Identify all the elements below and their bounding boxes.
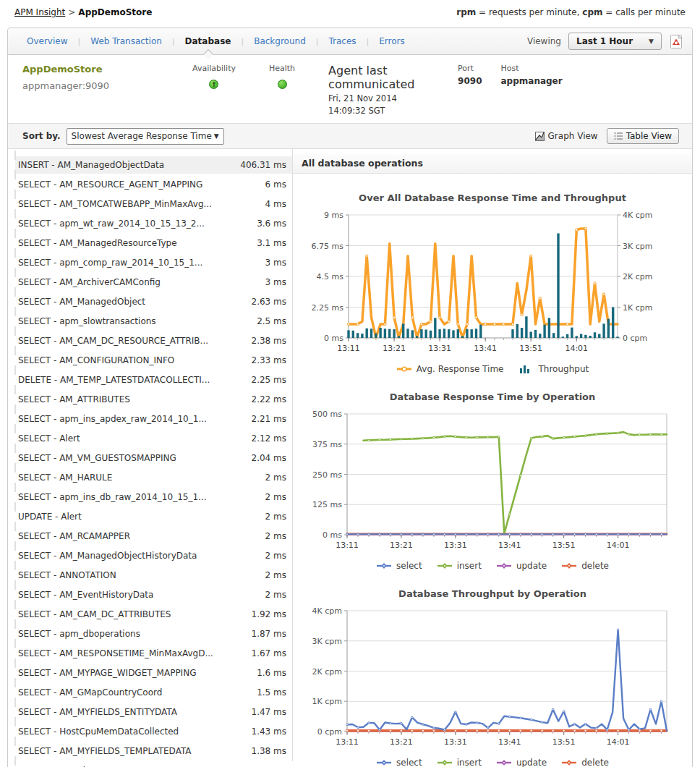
list-item[interactable]: SELECT - AM_RESOURCE_AGENT_MAPPING6 ms xyxy=(15,176,292,193)
legend-marker-icon xyxy=(496,758,512,767)
list-item[interactable]: SELECT - AM_ManagedObject2.63 ms xyxy=(15,293,292,310)
tab-background[interactable]: Background xyxy=(244,36,316,46)
list-item[interactable]: SELECT - AM_CAM_DC_ATTRIBUTES1.92 ms xyxy=(15,606,292,623)
svg-text:4.5 ms: 4.5 ms xyxy=(317,272,344,281)
svg-text:375 ms: 375 ms xyxy=(312,440,342,449)
operation-name: UPDATE - Alert xyxy=(18,508,82,525)
list-item[interactable]: SELECT - AM_MYFIELDS_TEMPLATEDATA1.38 ms xyxy=(15,742,292,760)
list-item[interactable]: SELECT - AM_ManagedObjectHistoryData2 ms xyxy=(15,547,292,564)
port-label: Port xyxy=(458,64,482,73)
list-item[interactable]: SELECT - AM_ManagedResourceType3.1 ms xyxy=(15,234,292,252)
legend-label: delete xyxy=(581,758,609,767)
sort-dropdown[interactable]: Slowest Average Response Time ▼ xyxy=(67,128,224,145)
operations-list: INSERT - AM_ManagedObjectData406.31 msSE… xyxy=(8,149,292,761)
list-item[interactable]: SELECT - AM_RCAMAPPER2 ms xyxy=(15,527,292,545)
svg-text:4K cpm: 4K cpm xyxy=(312,606,342,616)
list-item[interactable]: SELECT - apm_comp_raw_2014_10_15_1...3 m… xyxy=(15,254,292,271)
legend-label: Avg. Response Time xyxy=(417,364,504,374)
operation-response-time: 406.31 ms xyxy=(240,156,286,174)
legend-label: update xyxy=(516,758,547,767)
svg-text:13:21: 13:21 xyxy=(383,344,406,353)
list-item[interactable]: SELECT - AM_TOMCATWEBAPP_MinMaxAvg...4 m… xyxy=(15,195,292,213)
operation-response-time: 2.25 ms xyxy=(252,371,286,389)
list-item[interactable]: SELECT - apm_ins_apdex_raw_2014_10_1...2… xyxy=(15,410,292,428)
list-item[interactable]: SELECT - AM_MYPAGE_WIDGET_MAPPING1.6 ms xyxy=(15,664,292,682)
chart-title: Database Throughput by Operation xyxy=(298,588,687,599)
svg-text:13:31: 13:31 xyxy=(444,737,467,747)
list-item[interactable]: SELECT - AM_CONFIGURATION_INFO2.33 ms xyxy=(15,352,292,369)
list-item[interactable]: SELECT - AM_EventHistoryData2 ms xyxy=(15,586,292,603)
availability-block: Availability ↑ xyxy=(192,64,236,116)
operation-name: SELECT - apm_ins_apdex_raw_2014_10_1... xyxy=(18,410,207,428)
chart-legend: selectinsertupdatedelete xyxy=(298,758,687,767)
units-note: rpm = requests per minute, cpm = calls p… xyxy=(456,7,686,17)
list-item[interactable]: SELECT - apm_slowtransactions2.5 ms xyxy=(15,313,292,330)
list-item[interactable]: SELECT - apm_dboperations1.87 ms xyxy=(15,625,292,643)
operation-name: SELECT - AM_ATTRIBUTES xyxy=(18,391,130,408)
tab-web-transaction[interactable]: Web Transaction xyxy=(80,36,172,46)
operation-name: SELECT - apm_dboperations xyxy=(18,625,140,643)
operation-name: SELECT - AM_ArchiverCAMConfig xyxy=(18,274,161,291)
cpm-abbr: cpm xyxy=(582,7,602,17)
time-range-dropdown[interactable]: Last 1 Hour ▼ xyxy=(568,33,662,50)
chart-legend: Avg. Response TimeThroughput xyxy=(298,364,687,374)
svg-text:13:51: 13:51 xyxy=(552,541,576,550)
svg-text:13:11: 13:11 xyxy=(337,344,360,353)
svg-text:13:51: 13:51 xyxy=(552,737,576,747)
graph-view-button[interactable]: Graph View xyxy=(535,131,598,141)
list-item[interactable]: SELECT - AM_CAM_DC_RESOURCE_ATTRIB...2.3… xyxy=(15,332,292,349)
operation-name: SELECT - AM_MYFIELDS_ENTITYDATA xyxy=(18,703,177,721)
breadcrumb-current: AppDemoStore xyxy=(78,7,152,17)
list-item[interactable]: SELECT - apm_instances1.38 ms xyxy=(15,762,292,767)
legend-item-select: select xyxy=(376,758,422,767)
list-item[interactable]: SELECT - AM_VM_GUESTOSMAPPING2.04 ms xyxy=(15,449,292,467)
svg-text:14:01: 14:01 xyxy=(607,541,630,550)
list-item[interactable]: SELECT - AM_HARULE2 ms xyxy=(15,469,292,486)
table-list-icon xyxy=(614,132,623,140)
rpm-abbr: rpm xyxy=(456,7,476,17)
svg-text:1K cpm: 1K cpm xyxy=(312,697,342,706)
operation-response-time: 2 ms xyxy=(265,527,286,545)
chart-svg: 4K cpm3K cpm2K cpm1K cpm0 cpm13:1113:211… xyxy=(298,605,687,753)
list-item[interactable]: UPDATE - Alert2 ms xyxy=(15,508,292,525)
breadcrumb-apm-insight-link[interactable]: APM Insight xyxy=(14,7,65,17)
svg-text:250 ms: 250 ms xyxy=(312,470,342,480)
list-item[interactable]: SELECT - ANNOTATION2 ms xyxy=(15,567,292,584)
table-view-button[interactable]: Table View xyxy=(607,128,679,144)
health-status-icon xyxy=(278,80,287,89)
main-card: Overview|Web Transaction|Database|Backgr… xyxy=(7,27,693,767)
legend-marker-icon xyxy=(437,758,453,767)
tab-errors[interactable]: Errors xyxy=(369,36,415,46)
host-label: Host xyxy=(501,64,563,73)
sort-by-label: Sort by. xyxy=(22,131,61,141)
chart-panel-header: All database operations xyxy=(293,154,692,174)
operation-name: SELECT - AM_MYPAGE_WIDGET_MAPPING xyxy=(18,664,196,682)
list-item[interactable]: SELECT - Alert2.12 ms xyxy=(15,430,292,447)
operation-name: SELECT - AM_GMapCountryCoord xyxy=(18,684,162,701)
availability-label: Availability xyxy=(192,64,236,73)
list-item[interactable]: INSERT - AM_ManagedObjectData406.31 ms xyxy=(15,156,292,174)
list-item[interactable]: SELECT - HostCpuMemDataCollected1.43 ms xyxy=(15,723,292,740)
list-item[interactable]: SELECT - AM_ATTRIBUTES2.22 ms xyxy=(15,391,292,408)
tab-database[interactable]: Database xyxy=(175,36,242,46)
list-item[interactable]: SELECT - AM_ArchiverCAMConfig3 ms xyxy=(15,274,292,291)
list-item[interactable]: SELECT - AM_MYFIELDS_ENTITYDATA1.47 ms xyxy=(15,703,292,721)
tab-overview[interactable]: Overview xyxy=(17,36,78,46)
chart-svg: 9 ms4K cpm6.75 ms3K cpm4.5 ms2K cpm2.25 … xyxy=(298,209,687,360)
list-item[interactable]: SELECT - apm_wt_raw_2014_10_15_13_2...3.… xyxy=(15,215,292,232)
sort-bar: Sort by. Slowest Average Response Time ▼… xyxy=(8,123,692,149)
list-item[interactable]: DELETE - AM_TEMP_LATESTDATACOLLECTI...2.… xyxy=(15,371,292,389)
chart-block: Database Throughput by Operation4K cpm3K… xyxy=(298,588,687,767)
operation-name: SELECT - apm_slowtransactions xyxy=(18,313,156,330)
list-item[interactable]: SELECT - AM_RESPONSETIME_MinMaxAvgD...1.… xyxy=(15,645,292,662)
operation-response-time: 2 ms xyxy=(265,586,286,603)
operation-name: SELECT - AM_ManagedResourceType xyxy=(18,234,177,252)
pdf-export-icon[interactable] xyxy=(669,34,683,49)
list-item[interactable]: SELECT - AM_GMapCountryCoord1.5 ms xyxy=(15,684,292,701)
svg-text:0 ms: 0 ms xyxy=(324,334,343,343)
operation-name: SELECT - apm_instances xyxy=(18,762,124,767)
operation-name: INSERT - AM_ManagedObjectData xyxy=(18,156,164,174)
tab-traces[interactable]: Traces xyxy=(318,36,366,46)
list-item[interactable]: SELECT - apm_ins_db_raw_2014_10_15_1...2… xyxy=(15,488,292,506)
agent-block: Agent last communicated Fri, 21 Nov 2014… xyxy=(328,64,448,116)
